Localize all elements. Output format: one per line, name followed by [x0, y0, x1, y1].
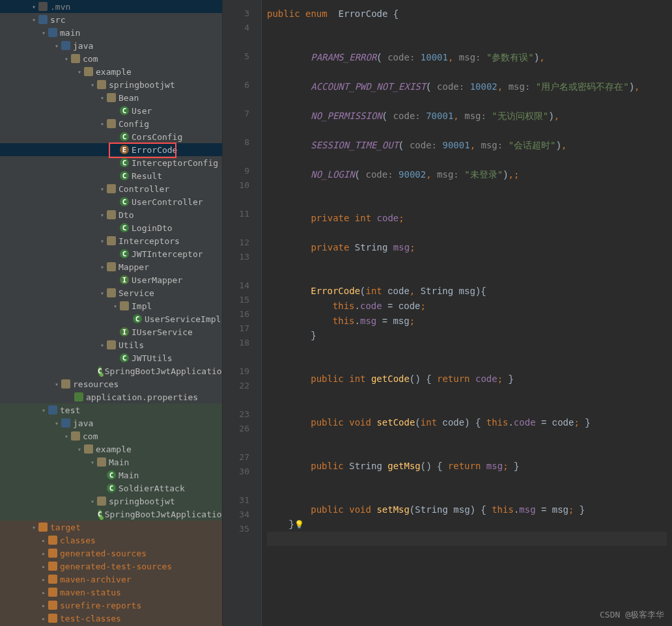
- tree-node[interactable]: ▾Main: [0, 456, 222, 469]
- tree-node[interactable]: ▾example: [0, 442, 222, 456]
- tree-label: Controller: [119, 184, 169, 194]
- expand-icon[interactable]: ▸: [39, 589, 48, 596]
- c-icon: C: [120, 158, 129, 167]
- tree-node[interactable]: CJWTUtils: [0, 351, 222, 364]
- fld-or-icon: [48, 601, 57, 610]
- tree-node[interactable]: ▾.mvn: [0, 0, 222, 13]
- project-tree[interactable]: ▾.mvn▾src▾main▾java▾com▾example▾springbo…: [0, 0, 223, 626]
- expand-icon[interactable]: ▾: [111, 303, 120, 310]
- tree-label: UserMapper: [132, 275, 182, 285]
- tree-node[interactable]: CJWTInterceptor: [0, 247, 222, 260]
- tree-node[interactable]: ▾resources: [0, 377, 222, 390]
- tree-node[interactable]: CUser: [0, 104, 222, 117]
- tree-node[interactable]: CInterceptorConfig: [0, 156, 222, 169]
- tree-node[interactable]: ▾test: [0, 403, 222, 416]
- fld-icon: [107, 288, 116, 297]
- line-number: 8: [223, 135, 249, 150]
- tree-node[interactable]: CUserController: [0, 195, 222, 208]
- expand-icon[interactable]: ▾: [88, 498, 97, 505]
- expand-icon[interactable]: ▾: [29, 3, 38, 10]
- fld-or-icon: [48, 614, 57, 623]
- expand-icon[interactable]: ▾: [98, 211, 107, 219]
- tree-label: classes: [60, 536, 96, 545]
- tree-node[interactable]: ▾example: [0, 65, 222, 78]
- tree-node[interactable]: ▾springbootjwt: [0, 495, 222, 508]
- tree-node[interactable]: EErrorCode: [0, 143, 222, 156]
- tree-node[interactable]: ▸generated-test-sources: [0, 560, 222, 573]
- expand-icon[interactable]: ▾: [98, 185, 107, 193]
- tree-node[interactable]: CSoldierAttack: [0, 482, 222, 495]
- expand-icon[interactable]: ▾: [88, 459, 97, 466]
- tree-label: Interceptors: [119, 236, 180, 246]
- tree-node[interactable]: CLoginDto: [0, 221, 222, 234]
- tree-node[interactable]: ▾target: [0, 521, 222, 534]
- expand-icon[interactable]: ▾: [75, 68, 84, 75]
- tree-node[interactable]: ▾java: [0, 416, 222, 429]
- tree-node[interactable]: IIUserService: [0, 325, 222, 338]
- tree-label: UserController: [132, 197, 203, 207]
- tree-node[interactable]: ▾com: [0, 52, 222, 65]
- tree-node[interactable]: ▸maven-archiver: [0, 573, 222, 586]
- tree-node[interactable]: ▾Bean: [0, 91, 222, 104]
- expand-icon[interactable]: ▾: [39, 29, 48, 36]
- tree-node[interactable]: ▾Config: [0, 117, 222, 130]
- tree-node[interactable]: ▾Controller: [0, 182, 222, 195]
- expand-icon[interactable]: ▸: [39, 563, 48, 570]
- tree-node[interactable]: ▾Utils: [0, 338, 222, 351]
- expand-icon[interactable]: ▾: [98, 264, 107, 271]
- tree-node[interactable]: ▾Interceptors: [0, 234, 222, 247]
- tree-node[interactable]: CSpringBootJwtApplication: [0, 364, 222, 377]
- tree-node[interactable]: CMain: [0, 469, 222, 482]
- code-area[interactable]: public enum ErrorCode { PARAMS_ERROR( co…: [262, 0, 672, 626]
- expand-icon[interactable]: ▾: [29, 524, 38, 531]
- expand-icon[interactable]: ▾: [98, 238, 107, 245]
- expand-icon[interactable]: ▸: [39, 602, 48, 609]
- expand-icon[interactable]: ▾: [52, 381, 61, 388]
- tree-node[interactable]: ▾springbootjwt: [0, 78, 222, 91]
- tree-node[interactable]: ▾java: [0, 39, 222, 52]
- expand-icon[interactable]: ▾: [98, 342, 107, 349]
- tree-node[interactable]: ▸test-classes: [0, 612, 222, 625]
- tree-node[interactable]: application.properties: [0, 390, 222, 403]
- tree-node[interactable]: CCorsConfig: [0, 130, 222, 143]
- tree-node[interactable]: ▸maven-status: [0, 586, 222, 599]
- c-icon: C: [107, 470, 116, 480]
- c-icon: C: [120, 353, 129, 362]
- tree-label: Impl: [132, 301, 152, 311]
- expand-icon[interactable]: ▾: [98, 290, 107, 297]
- tree-node[interactable]: ▾Service: [0, 286, 222, 299]
- tree-label: Result: [132, 171, 162, 181]
- expand-icon[interactable]: ▸: [39, 615, 48, 622]
- fld-or-icon: [48, 536, 57, 545]
- tree-label: InterceptorConfig: [132, 158, 218, 168]
- tree-node[interactable]: ▾src: [0, 13, 222, 26]
- expand-icon[interactable]: ▸: [39, 550, 48, 557]
- tree-node[interactable]: ▸generated-sources: [0, 547, 222, 560]
- tree-node[interactable]: ▾main: [0, 26, 222, 39]
- expand-icon[interactable]: ▾: [29, 16, 38, 23]
- expand-icon[interactable]: ▾: [62, 55, 71, 62]
- tree-node[interactable]: ▾Dto: [0, 208, 222, 221]
- tree-node[interactable]: CUserServiceImpl: [0, 312, 222, 325]
- expand-icon[interactable]: ▾: [52, 420, 61, 427]
- tree-node[interactable]: IUserMapper: [0, 273, 222, 286]
- expand-icon[interactable]: ▸: [39, 537, 48, 544]
- tree-node[interactable]: ▸surefire-reports: [0, 599, 222, 612]
- expand-icon[interactable]: ▾: [98, 94, 107, 102]
- tree-node[interactable]: ▸classes: [0, 534, 222, 547]
- tree-node[interactable]: ▾Impl: [0, 299, 222, 312]
- tree-node[interactable]: ▾com: [0, 429, 222, 442]
- fld-icon: [71, 54, 80, 63]
- sp-icon: C: [98, 366, 102, 375]
- expand-icon[interactable]: ▾: [62, 433, 71, 440]
- expand-icon[interactable]: ▾: [39, 407, 48, 414]
- expand-icon[interactable]: ▾: [75, 446, 84, 453]
- expand-icon[interactable]: ▸: [39, 576, 48, 583]
- expand-icon[interactable]: ▾: [88, 81, 97, 88]
- tree-node[interactable]: ▾Mapper: [0, 260, 222, 273]
- tree-node[interactable]: CSpringBootJwtApplicationTe: [0, 508, 222, 521]
- expand-icon[interactable]: ▾: [98, 120, 107, 128]
- expand-icon[interactable]: ▾: [52, 42, 61, 49]
- tree-node[interactable]: CResult: [0, 169, 222, 182]
- fld-icon: [97, 80, 106, 89]
